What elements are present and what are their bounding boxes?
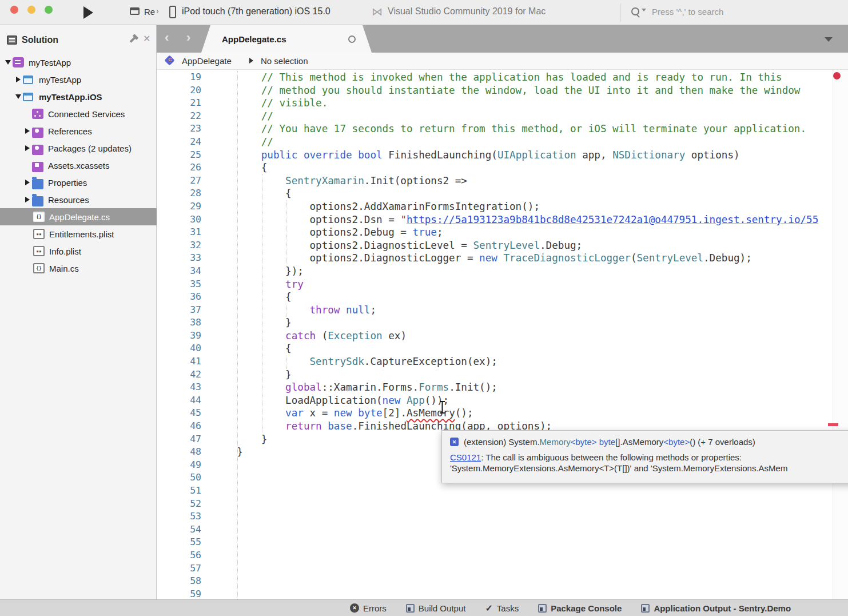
- expander-right-icon[interactable]: [23, 128, 32, 134]
- expander-down-icon[interactable]: [3, 60, 13, 65]
- device-selector[interactable]: iPod touch (7th generation) iOS 15.0: [182, 6, 331, 17]
- code-line-39[interactable]: 39 catch (Exception ex): [157, 329, 848, 343]
- search-icon[interactable]: [631, 7, 639, 15]
- code-line-29[interactable]: 29 options2.AddXamarinFormsIntegration()…: [157, 200, 848, 213]
- tab-list-dropdown-icon[interactable]: [825, 37, 833, 42]
- code-line-27[interactable]: 27 SentryXamarin.Init(options2 =>: [157, 174, 848, 188]
- bottom-pad-label: Package Console: [551, 603, 622, 613]
- code-line-32[interactable]: 32 options2.DiagnosticLevel = SentryLeve…: [157, 239, 848, 252]
- code-line-42[interactable]: 42 }: [157, 368, 848, 381]
- code-text: // This method is invoked when the appli…: [213, 71, 782, 83]
- breadcrumb-selection[interactable]: No selection: [261, 56, 308, 66]
- breadcrumb-class[interactable]: AppDelegate: [182, 56, 232, 66]
- tree-item-info-plist[interactable]: ▪▪Info.plist: [0, 243, 157, 260]
- code-line-33[interactable]: 33 options2.DiagnosticLogger = new Trace…: [157, 252, 848, 265]
- tree-item-mytestapp-ios[interactable]: myTestApp.iOS: [0, 88, 157, 105]
- code-editor[interactable]: 19 // This method is invoked when the ap…: [157, 70, 848, 599]
- code-line-37[interactable]: 37 throw null;: [157, 304, 848, 317]
- tree-item-entitlements-plist[interactable]: ▪▪Entitlements.plist: [0, 225, 157, 243]
- code-line-24[interactable]: 24 //: [157, 136, 848, 149]
- search-chevron-icon[interactable]: [642, 9, 646, 11]
- code-line-40[interactable]: 40 {: [157, 342, 848, 355]
- tree-item-label: Entitlements.plist: [49, 229, 114, 239]
- navigate-forward-button[interactable]: ›: [186, 30, 190, 45]
- minimize-window-button[interactable]: [27, 6, 35, 14]
- tree-item-mytestapp[interactable]: myTestApp: [0, 71, 157, 88]
- code-line-45[interactable]: 45 var x = new byte[2].AsMemory();: [157, 407, 848, 420]
- code-line-57[interactable]: 57: [157, 562, 848, 575]
- code-line-53[interactable]: 53: [157, 510, 848, 523]
- line-number: 29: [157, 200, 201, 213]
- line-number: 24: [157, 136, 201, 149]
- code-line-52[interactable]: 52: [157, 498, 848, 511]
- tree-item-label: myTestApp: [39, 75, 81, 85]
- search-input[interactable]: Press '^,' to search: [652, 7, 723, 17]
- run-button[interactable]: [83, 6, 93, 19]
- code-line-56[interactable]: 56: [157, 549, 848, 562]
- code-line-23[interactable]: 23 // You have 17 seconds to return from…: [157, 122, 848, 136]
- tree-item-assets-xcassets[interactable]: Assets.xcassets: [0, 157, 157, 174]
- tree-item-appdelegate-cs[interactable]: {}AppDelegate.cs: [0, 208, 157, 225]
- solution-icon: [13, 57, 24, 67]
- code-line-31[interactable]: 31 options2.Debug = true;: [157, 226, 848, 239]
- folder-blue-icon: [32, 196, 43, 206]
- tree-item-label: myTestApp.iOS: [39, 92, 102, 102]
- code-line-41[interactable]: 41 SentrySdk.CaptureException(ex);: [157, 355, 848, 368]
- expander-right-icon[interactable]: [23, 180, 32, 185]
- expander-right-icon[interactable]: [23, 197, 32, 202]
- bottom-pad-package-console[interactable]: Package Console: [538, 603, 622, 613]
- code-line-44[interactable]: 44 LoadApplication(new App());: [157, 394, 848, 407]
- expander-right-icon[interactable]: [14, 77, 23, 82]
- tree-item-properties[interactable]: Properties: [0, 174, 157, 191]
- code-line-26[interactable]: 26 {: [157, 161, 848, 174]
- code-line-55[interactable]: 55: [157, 536, 848, 549]
- code-line-36[interactable]: 36 {: [157, 291, 848, 304]
- file-cs-icon: {}: [33, 212, 45, 222]
- error-code-link[interactable]: CS0121: [450, 452, 481, 462]
- tab-appdelegate[interactable]: AppDelegate.cs: [201, 25, 372, 53]
- editor-scrollbar[interactable]: [833, 70, 848, 599]
- tree-item-references[interactable]: References: [0, 122, 157, 140]
- bottom-pad-build-output[interactable]: Build Output: [406, 603, 466, 613]
- code-text: public override bool FinishedLaunching(U…: [213, 149, 740, 161]
- extension-method-icon: ✕: [450, 438, 459, 446]
- tab-strip: ‹ › AppDelegate.cs: [157, 25, 848, 53]
- tree-item-mytestapp[interactable]: myTestApp: [0, 54, 157, 71]
- code-line-19[interactable]: 19 // This method is invoked when the ap…: [157, 71, 848, 84]
- code-line-54[interactable]: 54: [157, 523, 848, 536]
- code-line-28[interactable]: 28 {: [157, 187, 848, 200]
- tree-item-label: Properties: [48, 178, 87, 188]
- code-line-21[interactable]: 21 // visible.: [157, 97, 848, 110]
- code-line-51[interactable]: 51: [157, 484, 848, 498]
- configuration-selector[interactable]: Re: [144, 7, 155, 17]
- tree-item-main-cs[interactable]: {}Main.cs: [0, 260, 157, 277]
- code-line-43[interactable]: 43 global::Xamarin.Forms.Forms.Init();: [157, 381, 848, 394]
- code-line-35[interactable]: 35 try: [157, 278, 848, 291]
- tree-item-label: Packages (2 updates): [48, 144, 132, 153]
- expander-right-icon[interactable]: [23, 145, 32, 151]
- mouse-text-cursor: [438, 400, 447, 416]
- navigate-back-button[interactable]: ‹: [165, 30, 169, 45]
- tree-item-packages-2-updates-[interactable]: Packages (2 updates): [0, 140, 157, 157]
- bottom-pad-errors[interactable]: ✕Errors: [350, 603, 387, 613]
- pin-icon[interactable]: [130, 37, 136, 43]
- code-line-34[interactable]: 34 });: [157, 265, 848, 278]
- code-line-59[interactable]: 59: [157, 588, 848, 599]
- errors-icon: ✕: [350, 603, 359, 613]
- zoom-window-button[interactable]: [45, 6, 53, 14]
- code-line-20[interactable]: 20 // method you should instantiate the …: [157, 84, 848, 97]
- code-line-58[interactable]: 58: [157, 575, 848, 588]
- tree-item-connected-services[interactable]: Connected Services: [0, 105, 157, 122]
- tab-label: AppDelegate.cs: [222, 34, 286, 44]
- close-pad-icon[interactable]: ✕: [143, 33, 150, 44]
- bottom-pad-application-output-sentry-demo[interactable]: Application Output - Sentry.Demo: [641, 603, 791, 613]
- close-window-button[interactable]: [10, 6, 18, 14]
- code-line-25[interactable]: 25 public override bool FinishedLaunchin…: [157, 149, 848, 162]
- code-line-30[interactable]: 30 options2.Dsn = "https://5a193123a9b84…: [157, 213, 848, 226]
- tree-item-resources[interactable]: Resources: [0, 191, 157, 208]
- expander-down-icon[interactable]: [14, 94, 23, 99]
- code-line-22[interactable]: 22 //: [157, 110, 848, 123]
- bottom-pad-tasks[interactable]: ✓Tasks: [485, 603, 519, 614]
- code-line-38[interactable]: 38 }: [157, 316, 848, 329]
- folder-purple-badge-icon: [32, 128, 43, 138]
